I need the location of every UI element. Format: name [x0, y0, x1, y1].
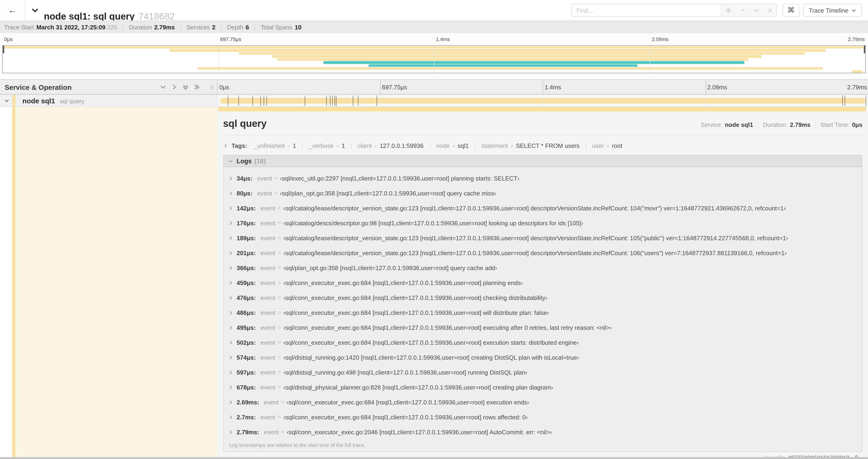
span-row-timeline-cell[interactable]: [217, 95, 868, 107]
log-row[interactable]: 80μs: event = ‹sql/plan_opt.go:358 [nsql…: [228, 186, 857, 201]
chevron-right-icon: [228, 176, 233, 181]
trace-meta-item: Duration2.79ms: [123, 24, 175, 31]
log-timestamp: 476μs:: [237, 294, 256, 301]
log-row[interactable]: 486μs: event = ‹sql/conn_executor_exec.g…: [228, 305, 857, 320]
chevron-right-icon: [228, 265, 233, 270]
command-icon: ⌘: [787, 6, 795, 14]
viewport-drag-handle-right[interactable]: [864, 46, 865, 53]
log-timestamp: 176μs:: [237, 220, 256, 226]
trace-view-selector-label: Trace Timeline: [809, 7, 848, 14]
chevron-right-icon: [228, 355, 233, 360]
logs-count: (18): [254, 157, 266, 164]
chevron-down-icon[interactable]: [4, 98, 9, 103]
log-field-key: event: [260, 309, 275, 316]
trace-view-selector[interactable]: Trace Timeline: [803, 4, 862, 17]
find-input[interactable]: [572, 4, 721, 16]
axis-tick-label: 1.4ms: [543, 84, 561, 91]
log-row[interactable]: 502μs: event = ‹sql/conn_executor_exec.g…: [228, 335, 857, 350]
log-field-value: ‹sql/conn_executor_exec.go:684 [nsql1,cl…: [287, 399, 529, 405]
next-match-button[interactable]: [754, 7, 760, 13]
equals-sign: =: [274, 190, 278, 196]
previous-match-button[interactable]: [740, 7, 746, 13]
log-timestamp: 459μs:: [237, 279, 256, 286]
span-row: node sql1sql query: [0, 95, 868, 107]
service-operation-title: Service & Operation: [5, 83, 72, 91]
log-field-value: ‹sql/conn_executor_exec.go:684 [nsql1,cl…: [283, 339, 579, 346]
log-field-value: ‹sql/distsql_running.go:1420 [nsql1,clie…: [283, 354, 579, 361]
column-resizer-grip[interactable]: [211, 85, 213, 89]
log-row[interactable]: 34μs: event = ‹sql/exec_util.go:2297 [ns…: [228, 171, 857, 186]
span-detail-row: sql query Service:node sql1Duration:2.79…: [0, 107, 868, 457]
log-row[interactable]: 678μs: event = ‹sql/distsql_physical_pla…: [228, 380, 857, 395]
minimap-span-bar: [277, 58, 748, 61]
clear-find-button[interactable]: ✕: [768, 7, 773, 14]
minimap-canvas[interactable]: [2, 45, 866, 73]
log-row[interactable]: 459μs: event = ‹sql/conn_executor_exec.g…: [228, 275, 857, 290]
log-field-value: ‹sql/distsql_running.go:498 [nsql1,clien…: [283, 369, 527, 376]
log-row[interactable]: 495μs: event = ‹sql/conn_executor_exec.g…: [228, 320, 857, 335]
log-timestamp: 2.69ms:: [237, 399, 259, 405]
log-row[interactable]: 2.7ms: event = ‹sql/conn_executor_exec.g…: [228, 409, 857, 424]
log-field-value: ‹sql/distsql_physical_planner.go:828 [ns…: [283, 384, 553, 391]
log-tick: [264, 96, 264, 106]
keyboard-shortcuts-button[interactable]: ⌘: [783, 4, 799, 17]
log-field-key: event: [260, 220, 275, 226]
logs-accordion-header[interactable]: Logs (18): [223, 155, 862, 167]
log-tick: [253, 96, 253, 106]
axis-tick-label: 697.75μs: [380, 84, 407, 91]
log-row[interactable]: 2.79ms: event = ‹sql/conn_executor_exec.…: [228, 424, 857, 439]
span-meta-item: Start Time:0μs: [815, 121, 862, 128]
log-row[interactable]: 142μs: event = ‹sql/catalog/lease/descri…: [228, 201, 857, 216]
chevron-right-icon: [228, 220, 233, 226]
tags-accordion-header[interactable]: Tags: _unfinished=1_verbose=1client=127.…: [223, 139, 862, 152]
chevron-up-icon: [740, 7, 746, 13]
minimap-span-bar: [239, 52, 805, 55]
log-timestamp: 80μs:: [237, 190, 252, 197]
expand-all-button[interactable]: [182, 84, 189, 91]
span-meta-item: Duration:2.79ms: [758, 121, 811, 128]
log-row[interactable]: 176μs: event = ‹sql/catalog/descs/descri…: [228, 216, 857, 230]
expand-one-level-button[interactable]: [160, 84, 166, 91]
log-timestamp: 502μs:: [237, 339, 256, 346]
minimap-ruler: 0μs697.75μs1.4ms2.09ms2.79ms: [2, 34, 866, 44]
equals-sign: =: [281, 399, 284, 405]
log-tick: [334, 96, 335, 106]
log-field-key: event: [260, 339, 275, 346]
log-row[interactable]: 366μs: event = ‹sql/plan_opt.go:358 [nsq…: [228, 260, 857, 275]
axis-tick-label: 2.79ms: [847, 84, 868, 91]
span-row-name-cell[interactable]: node sql1sql query: [0, 95, 217, 107]
collapse-one-level-button[interactable]: [171, 84, 178, 91]
tag-item: _verbose=1: [302, 142, 345, 149]
page-header: ← node sql1: sql query7418682 ✕: [0, 0, 868, 21]
scope-match-button[interactable]: [725, 7, 732, 13]
grid-line: [705, 80, 706, 94]
log-row[interactable]: 2.69ms: event = ‹sql/conn_executor_exec.…: [228, 395, 857, 409]
span-detail-card: sql query Service:node sql1Duration:2.79…: [217, 111, 868, 457]
equals-sign: =: [278, 264, 281, 271]
trace-collapse-toggle[interactable]: [31, 6, 39, 14]
collapse-all-button[interactable]: [193, 84, 200, 91]
chevron-down-icon: [160, 84, 166, 91]
chevron-down-icon: [228, 158, 233, 163]
log-row[interactable]: 476μs: event = ‹sql/conn_executor_exec.g…: [228, 290, 857, 305]
log-field-key: event: [260, 354, 275, 361]
viewport-drag-handle-left[interactable]: [3, 46, 4, 53]
equals-sign: =: [278, 294, 281, 301]
log-field-key: event: [257, 175, 272, 182]
back-button[interactable]: ←: [0, 0, 25, 21]
log-field-key: event: [260, 249, 275, 256]
log-row[interactable]: 574μs: event = ‹sql/distsql_running.go:1…: [228, 350, 857, 365]
chevron-right-icon: [228, 235, 233, 240]
log-row[interactable]: 189μs: event = ‹sql/catalog/lease/descri…: [228, 230, 857, 245]
timeline-columns-header: Service & Operation 0μs697.75μs1.4ms2.09…: [0, 79, 868, 95]
minimap-span-bar: [272, 55, 762, 58]
span-detail-duration-bar: [218, 107, 866, 111]
log-row[interactable]: 201μs: event = ‹sql/catalog/lease/descri…: [228, 245, 857, 260]
log-field-value: ‹sql/conn_executor_exec.go:684 [nsql1,cl…: [283, 324, 612, 331]
log-tick: [336, 96, 337, 106]
scope-icon: [725, 7, 732, 13]
logs-footnote: Log timestamps are relative to the start…: [228, 439, 857, 449]
log-field-key: event: [260, 294, 275, 301]
log-row[interactable]: 597μs: event = ‹sql/distsql_running.go:4…: [228, 365, 857, 380]
equals-sign: =: [278, 324, 281, 331]
